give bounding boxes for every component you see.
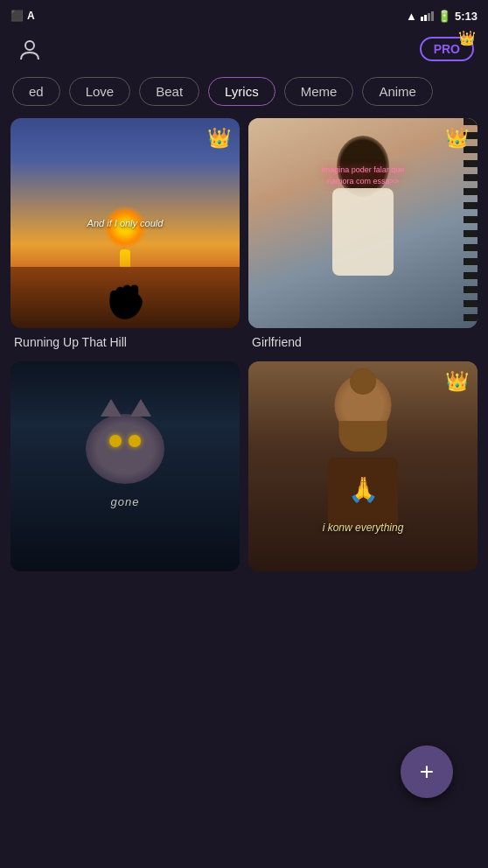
tabs-container: ed Love Beat Lyrics Meme Anime: [0, 74, 488, 118]
pro-badge[interactable]: PRO 👑: [420, 37, 474, 61]
card-sunset-image: ✊ And if I only could 👑: [10, 118, 240, 328]
header: PRO 👑: [0, 28, 488, 74]
card-man[interactable]: 🙏 i konw everything 👑: [248, 361, 478, 582]
tab-beat[interactable]: Beat: [139, 77, 199, 106]
status-time: 5:13: [455, 10, 478, 23]
crown-badge-4: 👑: [445, 370, 469, 393]
app-icon-a: A: [27, 10, 35, 22]
card-girlfriend[interactable]: imagina poder falar quenamora com essa>>…: [248, 118, 478, 353]
svg-point-0: [25, 41, 34, 50]
card-cat-image: gone: [10, 361, 240, 571]
card-label-3: [10, 571, 240, 582]
status-bar: ⬛ A ▲ 🔋 5:13: [0, 0, 488, 28]
status-icons: ▲ 🔋 5:13: [406, 10, 478, 23]
pro-crown-icon: 👑: [458, 30, 476, 46]
card-overlay-text-2: imagina poder falar quenamora com essa>>: [322, 164, 405, 188]
card-man-image: 🙏 i konw everything 👑: [248, 361, 478, 571]
user-avatar[interactable]: [14, 33, 45, 65]
card-overlay-text-4: i konw everything: [323, 522, 404, 534]
app-icon-left: ⬛: [10, 10, 24, 22]
card-overlay-text-1: And if I only could: [87, 218, 164, 228]
signal-icon: [421, 11, 434, 21]
tab-meme[interactable]: Meme: [284, 77, 354, 106]
battery-icon: 🔋: [437, 10, 451, 23]
status-left: ⬛ A: [10, 10, 35, 22]
card-label-2: Girlfriend: [248, 328, 478, 353]
wifi-icon: ▲: [406, 10, 417, 23]
crown-badge-1: 👑: [207, 127, 231, 150]
card-running-up-that-hill[interactable]: ✊ And if I only could 👑 Running Up That …: [10, 118, 240, 353]
content-grid: ✊ And if I only could 👑 Running Up That …: [0, 118, 488, 592]
card-cat[interactable]: gone: [10, 361, 240, 582]
card-label-1: Running Up That Hill: [10, 328, 240, 353]
fab-add-button[interactable]: +: [401, 746, 453, 798]
card-girl-image: imagina poder falar quenamora com essa>>…: [248, 118, 478, 328]
tab-love[interactable]: Love: [69, 77, 131, 106]
crown-badge-2: 👑: [445, 127, 469, 150]
card-overlay-text-3: gone: [111, 495, 140, 508]
film-strip: [464, 118, 478, 328]
card-label-4: [248, 571, 478, 582]
tab-ed[interactable]: ed: [12, 77, 60, 106]
tab-anime[interactable]: Anime: [362, 77, 433, 106]
tab-lyrics[interactable]: Lyrics: [208, 77, 275, 106]
pro-label: PRO: [434, 42, 460, 56]
fab-plus-icon: +: [420, 758, 434, 786]
